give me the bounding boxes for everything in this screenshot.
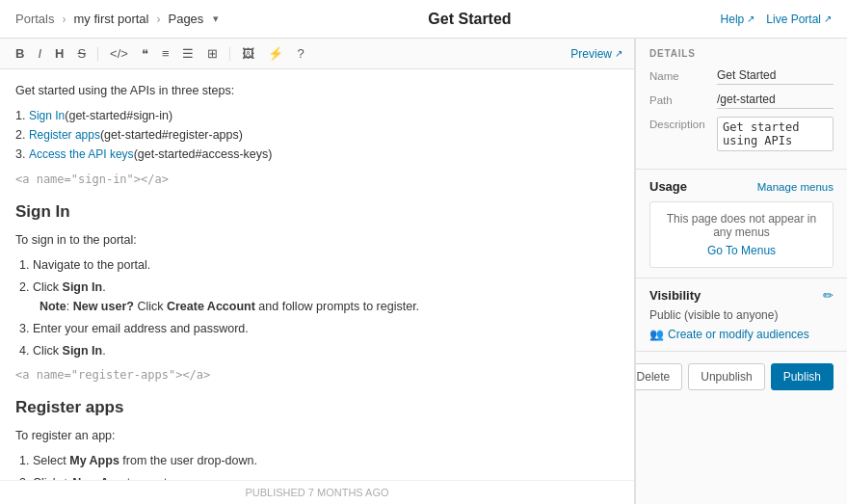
page-title: Get Started [428,11,511,28]
top-nav: Portals › my first portal › Pages ▾ Get … [0,0,847,39]
list-item: Navigate to the portal. [33,255,619,275]
register-intro: To register an app: [15,426,619,445]
portals-link[interactable]: Portals [15,12,54,26]
usage-header: Usage Manage menus [649,179,834,194]
sign-in-anchor: <a name="sign-in"></a> [15,171,619,189]
description-label: Description [649,117,709,130]
image-icon[interactable]: 🖼 [238,44,258,63]
lightning-icon[interactable]: ⚡ [264,44,287,63]
delete-button[interactable]: Delete [635,363,682,390]
strikethrough-icon[interactable]: S [73,44,90,63]
table-icon[interactable]: ⊞ [203,44,222,63]
visibility-section: Visibility ✏ Public (visible to anyone) … [636,279,847,352]
list-item: Click Sign In. [33,341,619,360]
path-label: Path [649,93,709,106]
editor-panel: B I H S </> ❝ ≡ ☰ ⊞ 🖼 ⚡ ? Preview ↗ [0,39,635,504]
list-item: Click Sign In. Note: New user? Click Cre… [33,278,619,316]
list-item: Click + New App to create a new app. [33,473,619,480]
usage-title: Usage [649,179,687,194]
pages-dropdown[interactable]: ▾ [213,13,219,25]
path-value[interactable]: /get-started [717,93,834,109]
signin-link[interactable]: Sign In [29,109,65,122]
details-section: DETAILS Name Get Started Path /get-start… [636,39,847,170]
name-label: Name [649,68,709,82]
manage-menus-link[interactable]: Manage menus [757,181,834,193]
main-layout: B I H S </> ❝ ≡ ☰ ⊞ 🖼 ⚡ ? Preview ↗ [0,39,847,504]
path-row: Path /get-started [649,93,834,109]
quote-icon[interactable]: ❝ [138,44,152,63]
register-anchor: <a name="register-apps"></a> [15,366,619,385]
preview-ext-icon: ↗ [615,48,622,59]
help-link[interactable]: Help ↗ [721,13,755,26]
list-unordered-icon[interactable]: ≡ [158,44,173,63]
goto-menus-link[interactable]: Go To Menus [707,244,776,257]
visibility-title: Visibility [649,288,701,303]
usage-section: Usage Manage menus This page does not ap… [636,170,847,279]
visibility-header: Visibility ✏ [649,288,834,303]
code-icon[interactable]: </> [106,44,132,63]
visibility-subtitle: Public (visible to anyone) [649,308,834,322]
description-row: Description Get started using APIs [649,117,834,151]
sign-in-intro: To sign in to the portal: [15,230,619,250]
name-row: Name Get Started [649,68,834,85]
description-field[interactable]: Get started using APIs [717,117,834,151]
external-link-icon: ↗ [824,13,832,24]
breadcrumb: Portals › my first portal › Pages ▾ [15,12,219,26]
right-panel: DETAILS Name Get Started Path /get-start… [635,39,847,504]
unpublish-button[interactable]: Unpublish [688,363,764,390]
audience-link[interactable]: 👥 Create or modify audiences [649,328,834,341]
list-item: Enter your email address and password. [33,319,619,338]
preview-button[interactable]: Preview ↗ [570,47,622,61]
intro-text: Get started using the APIs in three step… [15,81,619,100]
external-link-icon: ↗ [747,13,754,24]
no-menu-text: This page does not appear in any menus [660,212,823,239]
name-value[interactable]: Get Started [717,68,834,85]
usage-box: This page does not appear in any menus G… [649,201,834,268]
toolbar-divider-2 [229,47,230,61]
publish-button[interactable]: Publish [771,363,834,390]
audience-icon: 👥 [649,328,664,341]
sign-in-heading: Sign In [15,199,619,225]
register-link[interactable]: Register apps [29,128,100,142]
register-steps: Select My Apps from the user drop-down. … [33,451,619,480]
toolbar-divider [97,47,98,61]
pages-breadcrumb[interactable]: Pages [168,12,203,26]
published-status: PUBLISHED 7 MONTHS AGO [0,480,634,504]
italic-icon[interactable]: I [34,44,45,63]
step-links: 1. Sign In(get-started#sign-in) 2. Regis… [15,106,619,165]
nav-links: Help ↗ Live Portal ↗ [721,13,832,26]
list-ordered-icon[interactable]: ☰ [178,44,198,63]
editor-content[interactable]: Get started using the APIs in three step… [0,69,634,480]
access-link[interactable]: Access the API keys [29,147,134,161]
help-icon[interactable]: ? [293,44,307,63]
details-label: DETAILS [649,48,834,59]
editor-toolbar: B I H S </> ❝ ≡ ☰ ⊞ 🖼 ⚡ ? Preview ↗ [0,39,634,69]
edit-icon[interactable]: ✏ [823,288,834,303]
toolbar-icons: B I H S </> ❝ ≡ ☰ ⊞ 🖼 ⚡ ? [12,44,308,63]
portal-name: my first portal [73,12,148,26]
live-portal-link[interactable]: Live Portal ↗ [766,13,832,26]
heading-icon[interactable]: H [51,44,67,63]
list-item: Select My Apps from the user drop-down. [33,451,619,470]
sign-in-steps: Navigate to the portal. Click Sign In. N… [33,255,619,360]
register-heading: Register apps [15,394,619,420]
bold-icon[interactable]: B [12,44,28,63]
action-buttons: Delete Unpublish Publish [636,352,847,402]
